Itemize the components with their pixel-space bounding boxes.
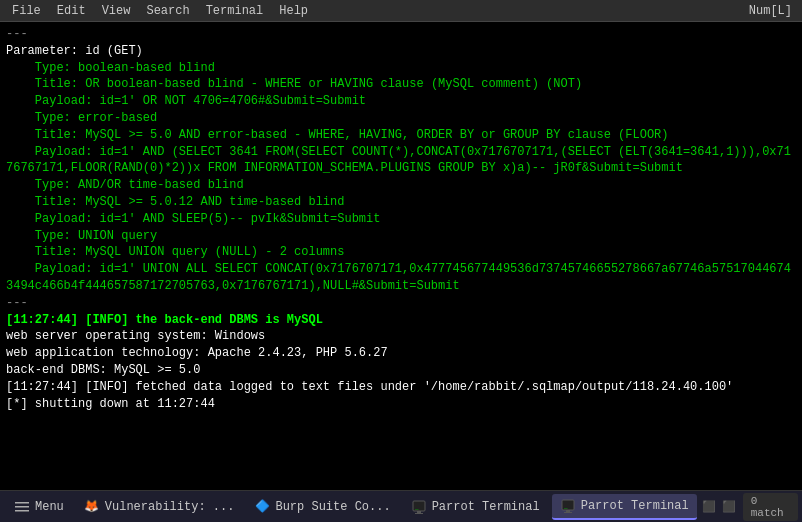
terminal-line: back-end DBMS: MySQL >= 5.0 [6,362,796,379]
menu-bar: File Edit View Search Terminal Help Num[… [0,0,802,22]
svg-rect-4 [417,511,421,513]
svg-rect-5 [415,513,423,514]
menu-label: Menu [35,500,64,514]
taskbar: Menu🦊Vulnerability: ...🔷Burp Suite Co...… [0,490,802,522]
vulnerability-label: Vulnerability: ... [105,500,235,514]
svg-text:_: _ [563,503,568,510]
menu-terminal[interactable]: Terminal [198,0,272,22]
terminal-line: [11:27:44] [INFO] the back-end DBMS is M… [6,312,796,329]
terminal-line: Title: MySQL UNION query (NULL) - 2 colu… [6,244,796,261]
parrot-terminal-1-icon: _ [411,499,427,515]
terminal-line: Type: boolean-based blind [6,60,796,77]
terminal-line: Payload: id=1' UNION ALL SELECT CONCAT(0… [6,261,796,295]
burpsuite-label: Burp Suite Co... [275,500,390,514]
terminal-line: Payload: id=1' AND SLEEP(5)-- pvIk&Submi… [6,211,796,228]
svg-rect-1 [15,506,29,508]
taskbar-item-menu[interactable]: Menu [6,494,72,520]
terminal-line: Title: OR boolean-based blind - WHERE or… [6,76,796,93]
terminal-line: Title: MySQL >= 5.0 AND error-based - WH… [6,127,796,144]
terminal-line: --- [6,26,796,43]
menu-edit[interactable]: Edit [49,0,94,22]
burpsuite-icon: 🔷 [254,499,270,515]
menu-help[interactable]: Help [271,0,316,22]
terminal-line: Type: UNION query [6,228,796,245]
taskbar-icon-1[interactable]: ⬛ [702,500,716,513]
match-count: 0 match [743,493,798,521]
terminal-line: Type: error-based [6,110,796,127]
terminal-line: Parameter: id (GET) [6,43,796,60]
terminal-output: ---Parameter: id (GET) Type: boolean-bas… [0,22,802,490]
terminal-line: [11:27:44] [INFO] fetched data logged to… [6,379,796,396]
parrot-terminal-2-label: Parrot Terminal [581,499,689,513]
svg-rect-0 [15,502,29,504]
svg-text:_: _ [414,504,419,511]
terminal-line: web application technology: Apache 2.4.2… [6,345,796,362]
svg-rect-8 [566,510,570,512]
parrot-terminal-2-icon: _ [560,498,576,514]
taskbar-item-parrot-terminal-1[interactable]: _Parrot Terminal [403,494,548,520]
taskbar-icon-2[interactable]: ⬛ [722,500,736,513]
terminal-line: --- [6,295,796,312]
svg-rect-2 [15,510,29,512]
num-lock-indicator: Num[L] [749,4,798,18]
terminal-line: Type: AND/OR time-based blind [6,177,796,194]
menu-view[interactable]: View [94,0,139,22]
taskbar-item-vulnerability[interactable]: 🦊Vulnerability: ... [76,494,243,520]
vulnerability-icon: 🦊 [84,499,100,515]
taskbar-item-burpsuite[interactable]: 🔷Burp Suite Co... [246,494,398,520]
parrot-terminal-1-label: Parrot Terminal [432,500,540,514]
menu-search[interactable]: Search [138,0,197,22]
terminal-line: web server operating system: Windows [6,328,796,345]
taskbar-item-parrot-terminal-2[interactable]: _Parrot Terminal [552,494,697,520]
terminal-line: Title: MySQL >= 5.0.12 AND time-based bl… [6,194,796,211]
menu-file[interactable]: File [4,0,49,22]
terminal-line: Payload: id=1' OR NOT 4706=4706#&Submit=… [6,93,796,110]
terminal-line: [*] shutting down at 11:27:44 [6,396,796,413]
svg-rect-9 [564,512,572,513]
taskbar-right-icons: ⬛⬛ [699,500,743,513]
terminal-line: Payload: id=1' AND (SELECT 3641 FROM(SEL… [6,144,796,178]
menu-icon [14,499,30,515]
